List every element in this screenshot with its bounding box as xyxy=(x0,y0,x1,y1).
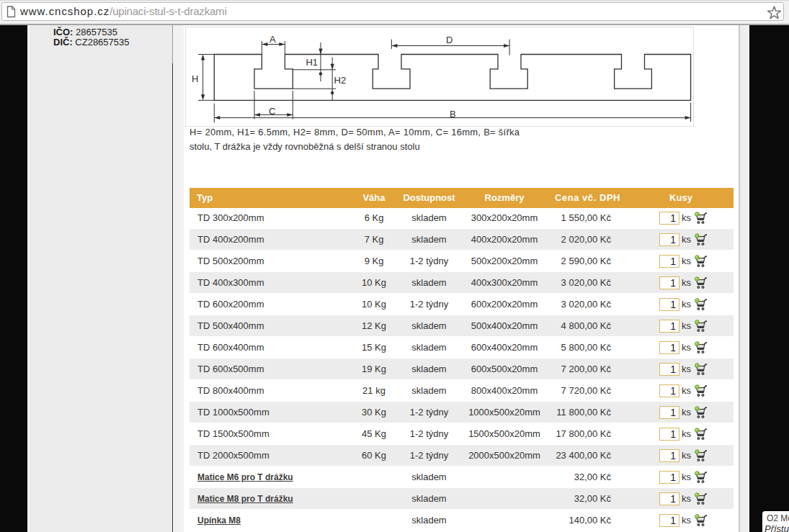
svg-text:A: A xyxy=(269,34,276,45)
svg-text:H1: H1 xyxy=(306,57,318,68)
svg-text:D: D xyxy=(446,35,453,45)
svg-text:C: C xyxy=(269,106,275,117)
svg-text:H2: H2 xyxy=(334,75,347,86)
svg-text:B: B xyxy=(450,109,456,120)
svg-text:H: H xyxy=(192,73,198,84)
